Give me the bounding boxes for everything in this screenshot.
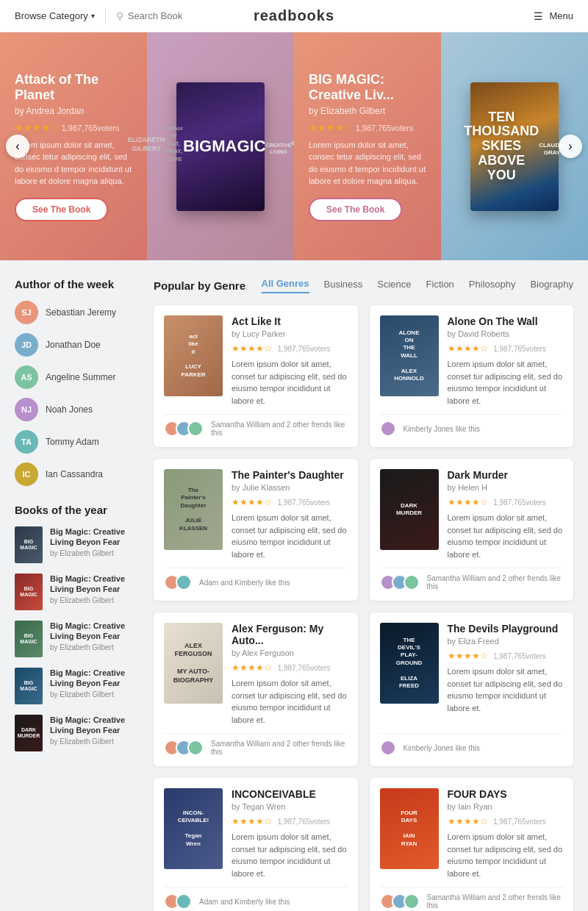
browse-category-button[interactable]: Browse Category ▾ <box>15 10 95 21</box>
book-card-author: by Lucy Parker <box>232 329 348 338</box>
book-info: Big Magic: Creative Living Beyon Fear by… <box>50 526 136 563</box>
book-cover: FOURDAYSIAINRYAN <box>380 788 439 869</box>
like-text: Kimberly Jones like this <box>404 744 480 752</box>
author-name: Tommy Adam <box>46 437 99 447</box>
book-card-likes: Adam and Kimberly like this <box>164 887 348 910</box>
like-avatars <box>380 574 415 590</box>
author-name: Noah Jones <box>46 404 93 415</box>
genre-tabs: All Genres Business Science Fiction Phil… <box>262 278 573 293</box>
hero-slide-3-cta[interactable]: See The Book <box>309 198 402 221</box>
hero-carousel: ‹ Attack of The Planet by Andrea Jordan … <box>0 32 588 260</box>
book-card-inner: ThePainter'sDaughterJULIEKLASSEN The Pai… <box>164 469 348 560</box>
author-item[interactable]: TA Tommy Adam <box>15 430 136 454</box>
stars: ★★★★☆ <box>448 651 488 661</box>
tab-fiction[interactable]: Fiction <box>426 279 454 293</box>
hero-slide-2-cover: ELIZABETH GILBERT author of EAT, PRAY, L… <box>176 82 265 211</box>
author-name: Ian Cassandra <box>46 469 103 479</box>
book-title: Big Magic: Creative Living Beyon Fear <box>50 526 136 548</box>
browse-label: Browse Category <box>15 10 88 21</box>
like-avatars <box>164 574 187 590</box>
voters: 1,987,765voters <box>493 499 546 507</box>
book-author: by Elizabeth Gilbert <box>50 596 136 604</box>
tab-philosophy[interactable]: Philosophy <box>469 279 516 293</box>
tab-biography[interactable]: Biography <box>530 279 573 293</box>
like-avatar <box>380 740 396 756</box>
stars: ★★★★☆ <box>232 497 272 507</box>
author-item[interactable]: SJ Sebastian Jeremy <box>15 301 136 324</box>
tab-all-genres[interactable]: All Genres <box>262 278 309 293</box>
genre-section-title: Popular by Genre <box>154 279 245 292</box>
hero-slide-2: ELIZABETH GILBERT author of EAT, PRAY, L… <box>147 32 294 260</box>
book-card-likes: Adam and Kimberly like this <box>164 568 348 590</box>
book-thumbnail: DARKMURDER <box>15 715 43 751</box>
hero-slide-1-cta[interactable]: See The Book <box>15 198 108 221</box>
tab-science[interactable]: Science <box>377 279 411 293</box>
voters: 1,987,765voters <box>493 818 546 826</box>
avatar: IC <box>15 462 38 486</box>
hero-slide-1-stars: ★★★★☆ 1,987,765voters <box>15 122 132 133</box>
search-input[interactable] <box>128 10 216 21</box>
book-of-year-item[interactable]: BIGMAGIC Big Magic: Creative Living Beyo… <box>15 668 136 704</box>
book-card-author: by Julie Klassen <box>232 483 348 492</box>
book-card-info: FOUR DAYS by Iain Ryan ★★★★☆ 1,987,765vo… <box>448 788 564 879</box>
book-thumbnail: BIGMAGIC <box>15 668 43 704</box>
hero-slide-1-content: Attack of The Planet by Andrea Jordan ★★… <box>15 72 132 221</box>
like-avatar <box>404 574 420 590</box>
book-of-year-item[interactable]: DARKMURDER Big Magic: Creative Living Be… <box>15 715 136 751</box>
menu-button[interactable]: ☰ Menu <box>534 10 573 22</box>
tab-business[interactable]: Business <box>324 279 363 293</box>
avatar: TA <box>15 430 38 454</box>
book-cover: THEDEVIL'SPLAY-GROUNDELIZAFREED <box>380 623 439 704</box>
site-logo: readbooks <box>254 7 334 24</box>
book-card-likes: Samantha William and 2 other frends like… <box>380 568 564 590</box>
like-avatars <box>164 740 199 756</box>
author-item[interactable]: IC Ian Cassandra <box>15 462 136 486</box>
book-cover: INCON-CEIVABLE!TeganWren <box>164 788 223 869</box>
book-author: by Elizabeth Gilbert <box>50 643 136 651</box>
nav-divider <box>105 8 106 24</box>
chevron-down-icon: ▾ <box>91 12 95 20</box>
content-area: Popular by Genre All Genres Business Sci… <box>154 278 573 911</box>
hero-slide-3-content: BIG MAGIC: Creative Liv... by Elizabeth … <box>309 72 426 221</box>
author-item[interactable]: AS Angeline Summer <box>15 365 136 389</box>
book-card-info: INCONCEIVABLE by Tegan Wren ★★★★☆ 1,987,… <box>232 788 348 879</box>
carousel-next-button[interactable]: › <box>559 135 582 158</box>
book-card-title: Act Like It <box>232 315 348 327</box>
hero-slide-3-title: BIG MAGIC: Creative Liv... <box>309 72 426 103</box>
stars: ★★★★☆ <box>448 497 488 507</box>
book-card: THEDEVIL'SPLAY-GROUNDELIZAFREED The Devi… <box>370 612 574 766</box>
avatar: NJ <box>15 398 38 421</box>
book-card-rating: ★★★★☆ 1,987,765voters <box>448 815 564 826</box>
book-card-likes: Samantha William and 2 other frends like… <box>164 414 348 437</box>
book-card: ALONEONTHEWALLALEXHONNOLD Alone On The W… <box>370 305 574 447</box>
book-author: by Elizabeth Gilbert <box>50 737 136 746</box>
like-text: Adam and Kimberly like this <box>199 579 290 587</box>
book-card-inner: THEDEVIL'SPLAY-GROUNDELIZAFREED The Devi… <box>380 623 564 726</box>
book-of-year-item[interactable]: BIGMAGIC Big Magic: Creative Living Beyo… <box>15 526 136 563</box>
book-card-title: Alone On The Wall <box>448 315 564 327</box>
book-of-year-item[interactable]: BIGMAGIC Big Magic: Creative Living Beyo… <box>15 574 136 610</box>
hero-slide-1-author: by Andrea Jordan <box>15 106 132 116</box>
author-item[interactable]: JD Jonathan Doe <box>15 333 136 357</box>
book-card-info: Alex Ferguson: My Auto... by Alex Fergus… <box>232 623 348 726</box>
book-card-rating: ★★★★☆ 1,987,765voters <box>448 650 564 661</box>
stars: ★★★★☆ <box>448 343 488 354</box>
book-card-info: The Devils Playground by Eliza Freed ★★★… <box>448 623 564 726</box>
navbar: Browse Category ▾ ⚲ readbooks ☰ Menu <box>0 0 588 32</box>
book-card: actlikeitLUCYPARKER Act Like It by Lucy … <box>154 305 358 447</box>
book-of-year-item[interactable]: BIGMAGIC Big Magic: Creative Living Beyo… <box>15 621 136 657</box>
books-grid: actlikeitLUCYPARKER Act Like It by Lucy … <box>154 305 573 911</box>
like-avatar <box>187 740 204 756</box>
like-avatar <box>176 893 192 910</box>
book-info: Big Magic: Creative Living Beyon Fear by… <box>50 715 136 751</box>
book-card-desc: Lorem ipsum dolor sit amet, conset tur a… <box>448 358 564 407</box>
author-item[interactable]: NJ Noah Jones <box>15 398 136 421</box>
hero-slide-3: BIG MAGIC: Creative Liv... by Elizabeth … <box>294 32 441 260</box>
like-avatar <box>187 421 204 437</box>
book-card-title: INCONCEIVABLE <box>232 788 348 800</box>
book-thumbnail: BIGMAGIC <box>15 621 43 657</box>
voters: 1,987,765voters <box>278 499 331 507</box>
book-card-inner: INCON-CEIVABLE!TeganWren INCONCEIVABLE b… <box>164 788 348 879</box>
voters: 1,987,765voters <box>278 818 331 826</box>
carousel-prev-button[interactable]: ‹ <box>6 135 29 158</box>
